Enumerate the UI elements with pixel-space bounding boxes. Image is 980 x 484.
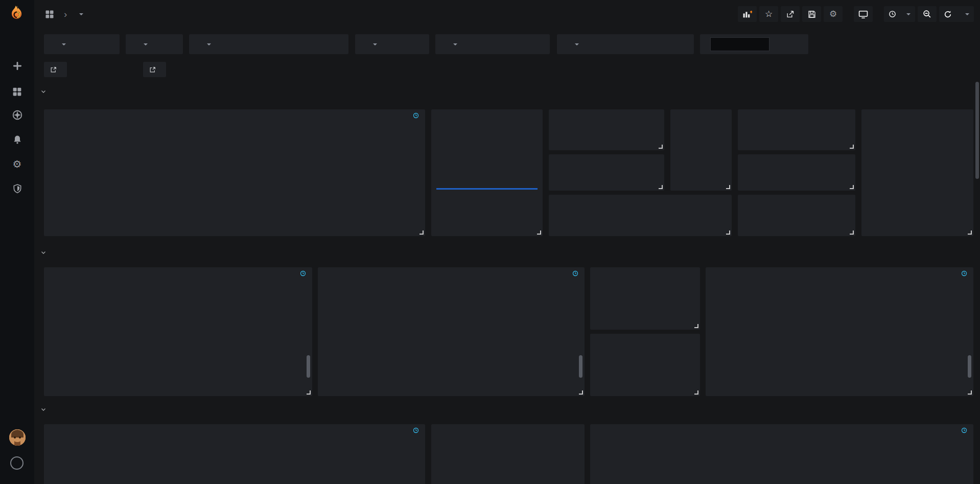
panel-time-override bbox=[413, 112, 421, 119]
bell-icon bbox=[12, 134, 22, 145]
help-button[interactable] bbox=[10, 456, 24, 470]
dashboard-settings-button[interactable]: ⚙ bbox=[824, 6, 843, 22]
compass-icon bbox=[12, 109, 23, 121]
panel-average-psu-load bbox=[549, 154, 664, 191]
ups-load-chart bbox=[69, 127, 395, 208]
avatar-image bbox=[9, 429, 26, 446]
variable-host[interactable] bbox=[355, 34, 429, 54]
chevron-down-icon bbox=[40, 88, 46, 95]
zoom-out-icon bbox=[923, 10, 931, 18]
gear-icon: ⚙ bbox=[829, 9, 837, 19]
clock-icon bbox=[413, 427, 419, 433]
panel-time-override bbox=[961, 270, 969, 276]
legend-scrollbar[interactable] bbox=[307, 355, 310, 378]
panel-network-graph bbox=[44, 424, 425, 484]
link-ups-monitoring-guide[interactable] bbox=[143, 62, 166, 77]
temp-sparkline bbox=[591, 383, 699, 395]
grafana-logo[interactable] bbox=[7, 4, 27, 25]
navbar-actions: ☆ ⚙ bbox=[738, 6, 974, 22]
panel-ups-battery-gauge bbox=[431, 109, 543, 236]
cpu-threads-input[interactable] bbox=[710, 37, 769, 51]
gear-icon: ⚙ bbox=[13, 158, 22, 170]
save-dashboard-button[interactable] bbox=[802, 6, 821, 22]
sidebar-dashboards-button[interactable] bbox=[0, 81, 34, 102]
title-caret-icon[interactable] bbox=[79, 13, 83, 15]
row-header-ups-stats[interactable] bbox=[40, 88, 51, 95]
cpu-package-chart bbox=[339, 285, 579, 341]
link-grafana-plex-theme[interactable] bbox=[44, 62, 67, 77]
y-axis-ticks bbox=[44, 442, 68, 484]
cpu2-chart bbox=[727, 285, 968, 341]
dropdown-caret-icon bbox=[575, 43, 579, 45]
plus-icon bbox=[12, 61, 22, 71]
star-dashboard-button[interactable]: ☆ bbox=[759, 6, 778, 22]
y-axis-ticks bbox=[44, 285, 63, 341]
grafana-flame-icon bbox=[7, 4, 27, 25]
refresh-group bbox=[939, 6, 974, 22]
user-avatar[interactable] bbox=[9, 429, 26, 446]
variable-kwh-price[interactable] bbox=[44, 34, 120, 54]
x-axis-ticks bbox=[65, 344, 307, 351]
panel-memory-graph bbox=[590, 424, 973, 484]
sidebar-alerting-button[interactable] bbox=[0, 129, 34, 150]
dashboards-icon bbox=[12, 86, 22, 97]
dropdown-caret-icon bbox=[453, 43, 457, 45]
legend-scrollbar[interactable] bbox=[968, 355, 971, 378]
y-axis-ticks bbox=[706, 285, 725, 341]
star-icon: ☆ bbox=[765, 9, 773, 19]
sidebar-configuration-button[interactable]: ⚙ bbox=[0, 153, 34, 175]
zoom-out-button[interactable] bbox=[918, 6, 937, 22]
sidebar-explore-button[interactable] bbox=[0, 104, 34, 126]
variable-ups-datasource[interactable] bbox=[557, 34, 694, 54]
legend-entry bbox=[399, 223, 419, 229]
external-link-icon bbox=[50, 66, 57, 73]
time-range-picker[interactable] bbox=[884, 6, 915, 22]
y-axis-ticks-left bbox=[44, 127, 67, 208]
clock-icon bbox=[961, 427, 967, 433]
share-dashboard-button[interactable] bbox=[781, 6, 800, 22]
add-panel-button[interactable] bbox=[738, 6, 757, 22]
y-axis-ticks bbox=[318, 285, 337, 341]
panel-cpu1-temp bbox=[590, 267, 700, 330]
dashboard-canvas bbox=[34, 28, 980, 484]
legend-table bbox=[843, 443, 968, 484]
x-axis-ticks bbox=[69, 211, 395, 218]
breadcrumb-separator-icon: › bbox=[64, 9, 67, 20]
refresh-icon[interactable] bbox=[944, 10, 952, 18]
legend-table bbox=[718, 354, 967, 393]
battery-gauge bbox=[449, 146, 525, 223]
shield-icon bbox=[12, 183, 22, 194]
clock-icon bbox=[572, 270, 578, 276]
gauge-arc bbox=[449, 146, 525, 223]
cycle-view-mode-button[interactable] bbox=[854, 6, 873, 22]
panel-current-ups-load bbox=[549, 109, 664, 150]
row-header-network-memory[interactable] bbox=[40, 406, 51, 412]
legend-row bbox=[847, 473, 857, 479]
variable-ups-max-output[interactable] bbox=[189, 34, 348, 54]
network-chart bbox=[71, 442, 419, 484]
clock-icon bbox=[413, 112, 419, 119]
dropdown-caret-icon bbox=[373, 43, 377, 45]
panel-cpu2-graph bbox=[706, 267, 973, 396]
chevron-down-icon bbox=[40, 249, 46, 256]
variable-currency[interactable] bbox=[126, 34, 183, 54]
y-axis-ticks-right bbox=[399, 127, 424, 208]
sidebar-server-admin-button[interactable] bbox=[0, 178, 34, 199]
legend-scrollbar[interactable] bbox=[579, 355, 582, 378]
variable-telegraf-datasource[interactable] bbox=[435, 34, 550, 54]
sidebar-create-button[interactable] bbox=[0, 55, 34, 77]
clock-icon bbox=[961, 270, 967, 276]
dropdown-caret-icon bbox=[207, 43, 211, 45]
top-navbar: › ☆ ⚙ bbox=[34, 0, 980, 28]
breadcrumb: › bbox=[44, 9, 83, 20]
panel-estimated-yearly-cost bbox=[738, 195, 855, 236]
graph-legend bbox=[69, 223, 419, 229]
panel-cpu-package-graph bbox=[318, 267, 585, 396]
page-scrollbar[interactable] bbox=[975, 82, 979, 179]
dashboard-grid-icon[interactable] bbox=[44, 9, 55, 19]
legend-swatch bbox=[847, 463, 854, 464]
row-header-cpu-stats[interactable] bbox=[40, 249, 51, 256]
panel-ups-load-vs-time-left bbox=[861, 109, 973, 236]
variable-cpu-threads bbox=[700, 34, 808, 54]
dropdown-caret-icon bbox=[62, 43, 66, 45]
